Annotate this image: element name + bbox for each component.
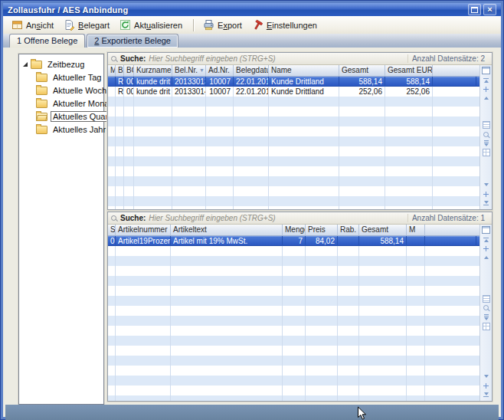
tab-page: Zeitbezug Aktueller Tag Aktuelle Woche A… (5, 48, 499, 405)
close-button[interactable]: × (483, 4, 496, 15)
tree-item-aktuelle-woche[interactable]: Aktuelle Woche (19, 84, 103, 97)
belegart-button[interactable]: Belegart (60, 17, 116, 33)
column-header[interactable]: S (108, 225, 116, 235)
documents-grid: Suche: Hier Suchbegriff eingeben (STRG+S… (107, 52, 493, 210)
documents-header-row: M BA BG Kurzname Bel.Nr.▼ Ad.Nr. Belegda… (108, 65, 479, 77)
column-header[interactable]: BG (124, 65, 134, 76)
toolbar: Ansicht Belegart Aktualisieren (3, 16, 501, 34)
positions-search-bar[interactable]: Suche: Hier Suchbegriff eingeben (STRG+S… (108, 212, 492, 225)
grid-view-icon[interactable] (482, 149, 490, 156)
aktualisieren-button[interactable]: Aktualisieren (116, 17, 188, 33)
zoom-icon[interactable] (482, 304, 490, 312)
tab-offene-belege[interactable]: 1 Offene Belege (9, 34, 85, 48)
column-chooser-icon[interactable] (482, 67, 490, 74)
tab-exportierte-belege[interactable]: 2 Exportierte Belege (87, 34, 178, 48)
expander-icon[interactable] (23, 62, 28, 67)
scroll-up-icon[interactable] (482, 94, 490, 102)
tree-item-aktueller-tag[interactable]: Aktueller Tag (19, 71, 103, 84)
window-client-area: Zollausfuhr / AES Anbindung × Ansicht Be… (2, 2, 502, 418)
close-icon: × (487, 5, 492, 14)
export-button[interactable]: Export (199, 17, 248, 33)
column-header[interactable]: Menge (283, 225, 306, 235)
title-bar[interactable]: Zollausfuhr / AES Anbindung × (3, 3, 501, 16)
card-view-icon[interactable] (482, 295, 490, 303)
tree-item-zeitbezug[interactable]: Zeitbezug (19, 57, 103, 71)
move-icon[interactable] (482, 244, 490, 252)
documents-grid-sidebar (479, 65, 492, 209)
sort-icon[interactable] (482, 139, 490, 147)
column-header-empty (433, 65, 476, 76)
search-icon (111, 56, 117, 62)
folder-open-icon (36, 113, 47, 121)
scroll-down-icon[interactable] (482, 181, 490, 189)
scroll-bottom-icon[interactable] (482, 391, 490, 399)
column-header[interactable]: M (108, 65, 116, 76)
tree-item-aktuelles-jahr[interactable]: Aktuelles Jahr (19, 123, 103, 136)
column-header-empty (425, 225, 476, 235)
column-header[interactable]: Gesamt (359, 225, 407, 235)
scroll-top-icon[interactable] (482, 76, 490, 84)
bottom-band (5, 405, 499, 420)
document-type-icon (64, 19, 75, 31)
settings-icon (252, 19, 263, 31)
table-row[interactable]: 0 Artikel19Prozent Artikel mit 19% MwSt.… (108, 236, 479, 246)
folder-icon (36, 74, 47, 82)
column-header[interactable]: Ad.Nr. (206, 65, 234, 76)
zoom-icon[interactable] (482, 130, 490, 138)
export-icon (203, 19, 214, 31)
column-header[interactable]: Gesamt EUR (385, 65, 433, 76)
toolbar-separator (193, 19, 195, 31)
record-count: Anzahl Datensätze: 1 (407, 214, 489, 222)
grid-view-icon[interactable] (482, 323, 490, 330)
column-header[interactable]: Kurzname (134, 65, 172, 76)
column-header[interactable]: Artikeltext (171, 225, 283, 235)
column-header-sorted[interactable]: Bel.Nr.▼ (172, 65, 206, 76)
sort-desc-icon: ▼ (198, 65, 205, 76)
scroll-down-icon[interactable] (482, 372, 490, 380)
positions-grid: Suche: Hier Suchbegriff eingeben (STRG+S… (107, 212, 493, 402)
sort-icon[interactable] (482, 313, 490, 321)
table-row[interactable]: R 00 kunde drit 20133014 10007 22.01.201… (108, 87, 479, 97)
folder-icon (36, 100, 47, 108)
column-header[interactable]: M (407, 225, 425, 235)
documents-search-bar[interactable]: Suche: Hier Suchbegriff eingeben (STRG+S… (108, 53, 492, 65)
move-icon[interactable] (482, 190, 490, 198)
card-view-icon[interactable] (482, 121, 490, 129)
record-count: Anzahl Datensätze: 2 (407, 54, 489, 63)
ansicht-button[interactable]: Ansicht (8, 17, 60, 33)
column-header[interactable]: Gesamt (339, 65, 385, 76)
folder-icon (31, 61, 42, 69)
folder-icon (36, 126, 47, 134)
app-window: Zollausfuhr / AES Anbindung × Ansicht Be… (0, 0, 504, 420)
time-filter-tree: Zeitbezug Aktueller Tag Aktuelle Woche A… (18, 54, 104, 405)
column-header[interactable]: Artikelnummer (116, 225, 171, 235)
column-header[interactable]: Preis (306, 225, 338, 235)
positions-header-row: S Artikelnummer Artikeltext Menge Preis … (108, 225, 479, 236)
window-title: Zollausfuhr / AES Anbindung (8, 5, 466, 15)
column-header[interactable]: Belegdatum (234, 65, 269, 76)
scroll-bottom-icon[interactable] (482, 199, 490, 207)
search-icon (111, 215, 117, 221)
table-row[interactable]: R 00 kunde drit 20133013 10007 22.01.201… (108, 77, 479, 87)
move-icon[interactable] (482, 382, 490, 389)
column-chooser-icon[interactable] (482, 226, 490, 234)
empty-rows-area (108, 246, 479, 401)
tab-strip: 1 Offene Belege 2 Exportierte Belege (3, 34, 501, 48)
column-header[interactable]: Rab. % (338, 225, 359, 235)
scroll-up-icon[interactable] (482, 254, 490, 261)
view-window-icon (11, 19, 23, 31)
column-header[interactable]: Name (269, 65, 339, 76)
einstellungen-button[interactable]: Einstellungen (248, 17, 323, 33)
folder-icon (36, 87, 47, 95)
refresh-icon (119, 19, 131, 31)
positions-grid-sidebar (479, 225, 492, 401)
tree-item-aktuelles-quartal[interactable]: Aktuelles Quartal (19, 110, 103, 123)
scroll-top-icon[interactable] (482, 235, 490, 243)
restore-button[interactable] (468, 4, 481, 15)
column-header[interactable]: BA (116, 65, 124, 76)
empty-rows-area (108, 97, 479, 209)
mouse-cursor-icon (357, 406, 367, 420)
tree-item-aktueller-monat[interactable]: Aktueller Monat (19, 97, 103, 110)
restore-icon (471, 7, 478, 13)
move-icon[interactable] (482, 85, 490, 93)
